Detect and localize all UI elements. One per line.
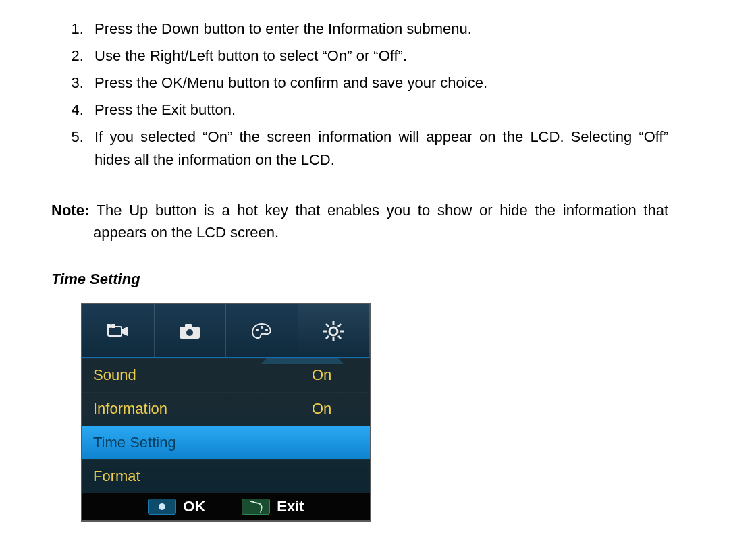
instruction-item: Press the Down button to enter the Infor… <box>88 16 668 43</box>
svg-point-8 <box>265 329 268 331</box>
menu-item-label: Time Setting <box>93 434 312 451</box>
instruction-item: Use the Right/Left button to select “On”… <box>88 43 668 70</box>
ok-label: OK <box>183 498 205 515</box>
section-heading-time-setting: Time Setting <box>51 271 668 288</box>
tab-palette[interactable] <box>226 304 298 358</box>
exit-button-icon <box>242 499 270 515</box>
svg-line-14 <box>326 324 329 327</box>
palette-icon <box>250 322 273 341</box>
tab-camera[interactable] <box>155 304 227 358</box>
instruction-item: Press the OK/Menu button to confirm and … <box>88 70 668 97</box>
exit-label: Exit <box>277 498 304 515</box>
svg-rect-0 <box>108 327 122 336</box>
exit-hint: Exit <box>242 498 304 515</box>
camera-icon <box>178 323 201 340</box>
menu-item-label: Information <box>93 400 312 418</box>
menu-item-value: On <box>312 366 359 384</box>
svg-line-17 <box>326 336 329 339</box>
instruction-list: Press the Down button to enter the Infor… <box>51 16 668 175</box>
menu-item-label: Format <box>93 468 312 485</box>
page: Press the Down button to enter the Infor… <box>0 0 729 560</box>
tab-video[interactable] <box>82 304 155 358</box>
menu-item-sound[interactable]: Sound On <box>82 358 370 392</box>
tab-settings[interactable] <box>298 304 371 358</box>
note-label: Note: <box>51 202 89 219</box>
menu-item-label: Sound <box>93 366 312 384</box>
menu-item-value: On <box>312 400 359 418</box>
ok-hint: OK <box>148 498 205 515</box>
gear-icon <box>322 320 345 343</box>
svg-line-16 <box>338 324 341 327</box>
svg-line-15 <box>338 336 341 339</box>
svg-point-6 <box>256 329 259 331</box>
video-icon <box>107 323 130 340</box>
svg-point-5 <box>186 329 193 336</box>
lcd-footer-bar: OK Exit <box>82 493 370 520</box>
lcd-menu-body: Sound On Information On Time Setting For… <box>82 358 370 493</box>
svg-point-7 <box>261 326 263 329</box>
note-text: The Up button is a hot key that enables … <box>93 202 668 241</box>
ok-button-icon <box>148 499 176 515</box>
instruction-item: Press the Exit button. <box>88 97 668 124</box>
menu-item-information[interactable]: Information On <box>82 392 370 426</box>
menu-item-time-setting[interactable]: Time Setting <box>82 426 370 459</box>
menu-item-format[interactable]: Format <box>82 459 370 493</box>
svg-point-9 <box>329 327 338 335</box>
lcd-screenshot: Sound On Information On Time Setting For… <box>81 303 371 522</box>
lcd-tab-bar <box>82 304 370 358</box>
instruction-item: If you selected “On” the screen informat… <box>88 124 668 174</box>
svg-rect-2 <box>111 324 115 328</box>
svg-rect-4 <box>185 324 192 328</box>
note-paragraph: Note: The Up button is a hot key that en… <box>51 199 668 244</box>
svg-rect-1 <box>107 324 111 328</box>
